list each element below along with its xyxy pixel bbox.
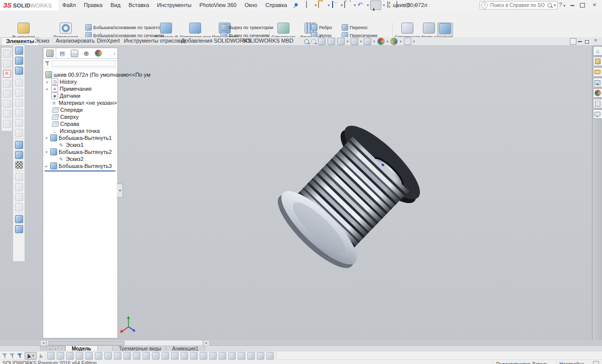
doc-minimize-button[interactable]: [578, 38, 582, 44]
rib-button[interactable]: Ребро: [311, 24, 332, 31]
tree-item-sensors[interactable]: ◉ Датчики: [51, 92, 80, 99]
edit-appearance-dropdown[interactable]: ▾: [387, 40, 389, 44]
disabled-tool-icon[interactable]: [15, 79, 23, 87]
view-palette-icon[interactable]: [593, 78, 602, 87]
menu-help[interactable]: Справка: [261, 0, 291, 11]
filter-dimension-icon[interactable]: [171, 352, 179, 359]
configurationmanager-tab[interactable]: [68, 49, 80, 58]
panel-expand-chevron[interactable]: ›: [113, 50, 117, 56]
doc-restore-button[interactable]: [585, 39, 589, 45]
disabled-tool-icon[interactable]: [15, 183, 23, 191]
filter-route-icon[interactable]: [266, 352, 274, 359]
filter-balloon-icon[interactable]: [209, 352, 217, 359]
tab-mbd[interactable]: SOLIDWORKS MBD: [238, 37, 298, 45]
zoom-to-fit-icon[interactable]: [304, 39, 309, 44]
filter-hatch-icon[interactable]: [181, 352, 188, 359]
menu-edit[interactable]: Правка: [80, 0, 106, 11]
custom-properties-icon[interactable]: [593, 99, 602, 108]
swept-cut-button[interactable]: Вырез по траектории: [221, 24, 273, 31]
forum-icon[interactable]: [593, 109, 602, 119]
tree-root[interactable]: шкив 00,972л (По умолчанию<<По ум: [45, 71, 150, 78]
filter-note-icon[interactable]: [200, 352, 207, 359]
display-style-icon[interactable]: [364, 38, 371, 45]
filter-edges-icon[interactable]: [10, 353, 15, 358]
pattern-tool-icon[interactable]: [15, 161, 23, 169]
disabled-tool-icon[interactable]: [15, 203, 23, 211]
tree-item-boss-extrude2[interactable]: ▾ Бобышка-Вытянуть2: [44, 148, 112, 155]
select-tool-icon[interactable]: [370, 1, 381, 10]
menu-view[interactable]: Вид: [106, 0, 124, 11]
panel-collapse-handle[interactable]: ◂: [117, 184, 123, 198]
filter-toggle-icon[interactable]: [2, 353, 8, 358]
filter-edges2-icon[interactable]: [57, 352, 64, 359]
tree-item-right-plane[interactable]: Справа: [52, 120, 79, 127]
sheet-tool-icon[interactable]: [15, 215, 23, 223]
spell-check-icon[interactable]: A: [3, 70, 11, 78]
tab-sketch[interactable]: Эскиз: [30, 37, 54, 45]
doc-close-button[interactable]: ×: [594, 37, 597, 43]
save-dropdown[interactable]: ▾: [341, 3, 343, 8]
section-view-icon[interactable]: [328, 38, 335, 45]
annotation-view-dropdown[interactable]: ▾: [347, 40, 349, 44]
expand-arrow-icon[interactable]: ▸: [45, 87, 50, 91]
tree-item-material[interactable]: ≡ Материал <не указан>: [51, 99, 117, 106]
tree-item-front-plane[interactable]: Спереди: [52, 106, 83, 113]
collapse-arrow-icon[interactable]: ▾: [44, 136, 49, 140]
open-file-icon[interactable]: [318, 2, 326, 9]
zoom-to-area-icon[interactable]: [311, 39, 316, 44]
status-sheet-icon[interactable]: [593, 361, 599, 364]
new-file-icon[interactable]: [305, 2, 313, 9]
loft-tool-icon[interactable]: [15, 67, 23, 75]
disabled-tool-icon[interactable]: [15, 89, 23, 97]
select-cursor-button[interactable]: ▾: [25, 352, 37, 359]
view-orientation-dropdown[interactable]: ▾: [360, 40, 362, 44]
pin-menu-icon[interactable]: [292, 2, 299, 9]
annotation-view-icon[interactable]: [337, 38, 345, 45]
filter-surface-finish-icon[interactable]: [238, 352, 245, 359]
filter-surface-icon[interactable]: [76, 352, 83, 359]
revolve-tool-icon[interactable]: [15, 57, 23, 65]
minimize-button[interactable]: [568, 1, 577, 9]
filter-active-icon[interactable]: [17, 353, 23, 358]
apply-scene-icon[interactable]: [390, 38, 398, 45]
pulley-3d-model[interactable]: [266, 109, 436, 280]
surface-tool-icon[interactable]: [15, 225, 23, 233]
select-other-icon[interactable]: [38, 353, 43, 358]
filter-axis-icon[interactable]: [95, 352, 102, 359]
home-icon[interactable]: ⌂: [593, 46, 602, 56]
collapse-arrow-icon[interactable]: ▾: [44, 150, 49, 154]
filter-gtol-icon[interactable]: [219, 352, 226, 359]
filter-centerline-icon[interactable]: [162, 352, 169, 359]
appearances-icon[interactable]: [593, 88, 602, 98]
tree-item-history[interactable]: ▸ ◷ History: [45, 78, 77, 85]
previous-view-icon[interactable]: [318, 38, 326, 45]
open-file-dropdown[interactable]: ▾: [328, 3, 330, 8]
disabled-tool-icon[interactable]: [15, 99, 23, 107]
select-dropdown[interactable]: ▾: [383, 3, 385, 8]
view-orientation-icon[interactable]: [351, 38, 358, 45]
move-button[interactable]: Перенос: [342, 24, 368, 31]
disabled-tool-icon[interactable]: [3, 110, 11, 118]
tree-item-origin[interactable]: ∟ Исходная точка: [52, 127, 100, 134]
tree-item-top-plane[interactable]: Сверху: [52, 113, 79, 120]
filter-point-icon[interactable]: [114, 352, 121, 359]
menu-file[interactable]: Файл: [58, 0, 80, 11]
design-library-icon[interactable]: [593, 57, 602, 66]
disabled-tool-icon[interactable]: [3, 100, 11, 108]
propertymanager-tab[interactable]: ▤: [56, 49, 68, 58]
extrude-tool-icon[interactable]: [15, 141, 23, 149]
filter-midpoint-icon[interactable]: [142, 352, 150, 359]
featuremanager-tab[interactable]: [43, 49, 56, 58]
disabled-tool-icon[interactable]: [3, 120, 11, 128]
filter-centermark-icon[interactable]: [152, 352, 160, 359]
tree-item-sketch1[interactable]: ✎ Эскиз1: [58, 141, 84, 148]
menu-photoview[interactable]: PhotoView 360: [196, 0, 241, 11]
filter-connector-icon[interactable]: [257, 352, 264, 359]
display-style-dropdown[interactable]: ▾: [373, 40, 375, 44]
filter-pie-icon[interactable]: [247, 352, 255, 359]
filter-weld-icon[interactable]: [190, 352, 198, 359]
expand-arrow-icon[interactable]: ▸: [45, 80, 50, 84]
status-configuration[interactable]: Настройка: [556, 361, 592, 364]
search-input[interactable]: [489, 2, 546, 9]
new-file-dropdown[interactable]: ▾: [315, 3, 317, 8]
